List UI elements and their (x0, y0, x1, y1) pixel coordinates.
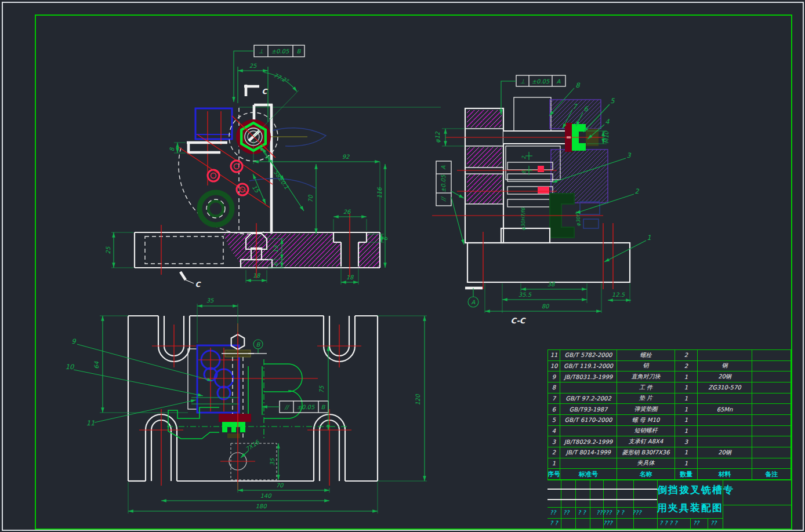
balloon-8: 8 (575, 81, 581, 89)
part-qty: 1 (675, 426, 698, 437)
part-no: 10 (548, 361, 560, 372)
balloon-9: 9 (71, 337, 77, 345)
dim-2: 2 (521, 156, 527, 159)
part-note (752, 382, 792, 393)
gdt-tolerance: ±0.05 (440, 174, 447, 192)
tb-cell: ?? (563, 509, 570, 516)
tb-cell: ?? (550, 509, 556, 516)
part-note (752, 415, 792, 426)
balloon-11: 11 (86, 419, 95, 427)
part-std: GB/T 5782-2000 (560, 350, 617, 361)
part-mat: ZG310-570 (698, 382, 752, 393)
balloon-3: 3 (626, 151, 632, 159)
part-no: 4 (548, 426, 560, 437)
tb-cell: ? ? ? ? (659, 520, 677, 526)
part-std: GB/T 6170-2000 (560, 415, 617, 426)
part-name: 短销螺杆 (617, 426, 675, 437)
gdt-symbol: // (284, 404, 290, 410)
part-no: 11 (548, 350, 560, 361)
part-note (752, 371, 792, 382)
part-note (752, 393, 792, 405)
part-note (752, 361, 792, 372)
part-std: GB/T93-1987 (560, 404, 617, 415)
part-qty: 1 (675, 447, 698, 458)
dim-dia12: φ12 (434, 132, 441, 143)
part-mat: 20钢 (698, 447, 752, 458)
part-name: 螺栓 (617, 350, 675, 361)
gdt-datum-ref: B (321, 404, 326, 410)
front-view: ⊥ ±0.05 B 25 77.2° 8 92 (105, 45, 441, 289)
part-qty: 3 (675, 436, 698, 447)
dim-angle: 77.2° (273, 72, 290, 85)
tb-cell: ??? (603, 520, 612, 526)
dim-25-top: 25 (249, 63, 257, 69)
part-no: 2 (548, 447, 560, 458)
gdt-symbol: ⊥ (520, 78, 525, 85)
cut-label-top: C (262, 88, 269, 96)
part-mat (698, 436, 752, 447)
clamp-green-plan (222, 422, 245, 432)
part-qty: 1 (675, 404, 698, 415)
part-mat (698, 393, 752, 405)
rib-bars (507, 162, 553, 207)
datum-a-label: A (472, 299, 476, 305)
dim-120: 120 (415, 393, 421, 406)
header-seq: 序号 (548, 469, 560, 480)
pin-section-1 (538, 166, 544, 172)
datum-b: B (248, 340, 267, 354)
parts-list-table: 11 GB/T 5782-2000 螺栓 2 10 GB/T 119.1-200… (547, 349, 791, 480)
balloon-5: 5 (610, 97, 615, 105)
header-qty: 数量 (675, 469, 698, 480)
tb-cell: ??? (632, 509, 641, 516)
dim-80: 80 (542, 303, 550, 309)
balloon-2: 2 (634, 187, 639, 195)
part-mat (698, 415, 752, 426)
gdt-symbol: // (440, 196, 447, 202)
dim-140: 140 (260, 493, 272, 499)
dim-35-top: 35 (206, 297, 214, 304)
dim-35-5: 35.5 (518, 291, 532, 298)
part-name: 弹簧垫圈 (617, 404, 675, 415)
gdt-tolerance: ±0.05 (297, 404, 315, 410)
dim-35-hole: 35 (269, 458, 275, 465)
part-note (752, 350, 792, 361)
dim-116: 116 (376, 187, 383, 199)
part-name: 垫 片 (617, 393, 675, 405)
header-material: 材料 (698, 469, 752, 480)
part-std: JB/T 8014-1999 (560, 447, 617, 458)
part-std (560, 458, 617, 469)
part-mat (698, 426, 752, 437)
part-qty: 1 (675, 458, 698, 469)
part-mat: 钢 (698, 361, 752, 372)
workpiece-phantom (167, 359, 348, 440)
part-no: 6 (548, 404, 560, 415)
clamp-bar-plan (219, 414, 251, 422)
part-note (752, 458, 792, 469)
part-name: 工 件 (617, 382, 675, 393)
drawing-title-line2: 用夹具装配图 (657, 501, 723, 515)
bracket (187, 141, 227, 154)
part-std: JB/T8029.2-1999 (560, 436, 617, 447)
part-name: 菱形销 B30f7X36 (617, 447, 675, 458)
title-block: ?? ?? ? ? ????? ? ? ??? ? ? ??? 倒挡拨叉铣槽专 … (547, 480, 791, 529)
part-std: JB/T8031.3-1999 (560, 371, 617, 382)
tb-cell: ? ? (578, 509, 586, 516)
part-no: 7 (548, 393, 560, 405)
tb-cell: ? ? (550, 520, 558, 526)
balloon-4: 4 (605, 118, 610, 126)
tb-cell: ????? (596, 509, 612, 516)
part-name: 支承钉 A8X4 (617, 436, 675, 447)
part-std (560, 426, 617, 437)
part-note (752, 447, 792, 458)
datum-a: A (465, 288, 483, 307)
part-qty: 1 (675, 382, 698, 393)
dim-92: 92 (342, 154, 350, 160)
cad-canvas: ⊥ ±0.05 B 25 77.2° 8 92 (0, 0, 805, 532)
dim-8: 8 (169, 147, 175, 151)
header-name: 名称 (617, 469, 675, 480)
header-standard: 标准号 (560, 469, 617, 480)
part-note (752, 426, 792, 437)
part-qty: 2 (675, 361, 698, 372)
dim-64: 64 (93, 361, 100, 369)
dim-38: 38 (547, 281, 556, 287)
